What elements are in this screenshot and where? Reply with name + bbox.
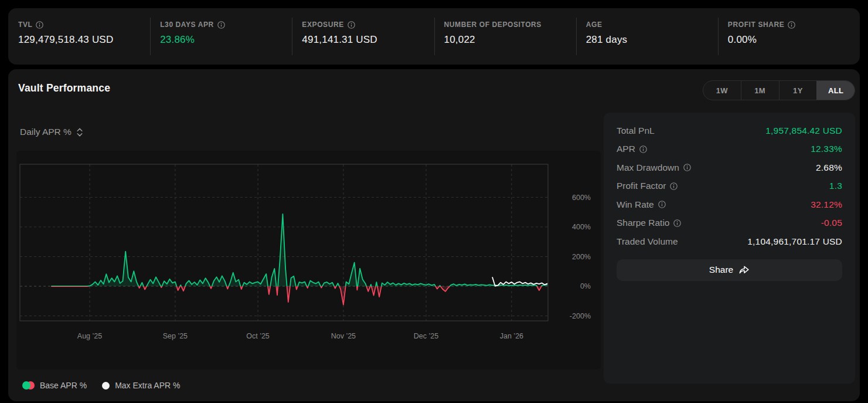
stat-value: 0.00% [728, 34, 860, 46]
info-icon[interactable] [658, 201, 666, 208]
stat-value: 491,141.31 USD [302, 34, 434, 46]
metric-label: Win Rate [617, 199, 654, 210]
metric-value: 2.68% [816, 162, 842, 173]
stat-exposure: EXPOSURE 491,141.31 USD [292, 8, 434, 65]
stat-value: 281 days [586, 34, 718, 46]
svg-text:-200%: -200% [570, 312, 591, 320]
stat-profit-share: PROFIT SHARE 0.00% [718, 8, 860, 65]
vault-dashboard: TVL 129,479,518.43 USD L30 DAYS APR 23.8… [0, 0, 868, 403]
share-button-label: Share [709, 265, 733, 275]
legend-label: Max Extra APR % [115, 381, 180, 390]
range-button-all[interactable]: ALL [816, 81, 855, 100]
stat-age: AGE 281 days [576, 8, 718, 65]
metric-row-win-rate: Win Rate 32.12% [617, 195, 842, 214]
stat-label: NUMBER OF DEPOSITORS [444, 21, 542, 29]
svg-text:Aug ’25: Aug ’25 [77, 332, 102, 340]
metric-selector-label: Daily APR % [20, 127, 72, 137]
sort-arrows-icon [76, 127, 83, 137]
legend-item-max-extra-apr[interactable]: Max Extra APR % [102, 381, 180, 390]
metric-label: Sharpe Ratio [617, 218, 669, 228]
svg-text:Jan ’26: Jan ’26 [500, 332, 523, 340]
svg-text:Sep ’25: Sep ’25 [163, 332, 188, 340]
metric-label: Max Drawdown [617, 162, 679, 173]
info-icon[interactable] [36, 21, 43, 29]
metric-row-sharpe-ratio: Sharpe Ratio -0.05 [617, 214, 842, 233]
metric-value: 1.3 [829, 181, 842, 191]
range-button-1y[interactable]: 1Y [779, 81, 817, 100]
info-icon[interactable] [348, 21, 355, 29]
stat-l30-apr: L30 DAYS APR 23.86% [150, 8, 292, 65]
metric-label: Profit Factor [617, 181, 666, 191]
metric-value: -0.05 [821, 218, 842, 228]
performance-metrics-panel: Total PnL 1,957,854.42 USD APR 12.33% Ma… [604, 113, 855, 384]
metric-selector[interactable]: Daily APR % [20, 127, 83, 137]
metric-value: 1,957,854.42 USD [765, 126, 842, 136]
apr-chart-panel: 600%400%200%0%-200%Aug ’25Sep ’25Oct ’25… [16, 151, 601, 370]
info-icon[interactable] [639, 145, 647, 153]
max-extra-apr-swatch-icon [102, 382, 110, 390]
metric-row-traded-volume: Traded Volume 1,104,961,701.17 USD [617, 232, 842, 251]
share-arrow-icon [738, 265, 750, 275]
svg-text:400%: 400% [572, 223, 591, 231]
svg-text:0%: 0% [580, 282, 591, 290]
page-title: Vault Performance [18, 82, 110, 94]
apr-chart[interactable]: 600%400%200%0%-200%Aug ’25Sep ’25Oct ’25… [16, 151, 601, 370]
stat-label: TVL [18, 21, 32, 29]
info-icon[interactable] [217, 21, 225, 29]
legend-label: Base APR % [40, 381, 87, 390]
metric-label: APR [617, 144, 635, 154]
stat-tvl: TVL 129,479,518.43 USD [8, 8, 150, 65]
metric-value: 32.12% [811, 199, 842, 210]
stat-label: AGE [586, 21, 603, 29]
svg-text:Oct ’25: Oct ’25 [246, 332, 270, 340]
stat-value: 23.86% [160, 34, 292, 46]
time-range-control: 1W 1M 1Y ALL [703, 80, 855, 100]
metric-row-max-drawdown: Max Drawdown 2.68% [617, 158, 842, 177]
svg-text:Dec ’25: Dec ’25 [414, 332, 438, 340]
legend-item-base-apr[interactable]: Base APR % [22, 381, 87, 390]
stats-bar: TVL 129,479,518.43 USD L30 DAYS APR 23.8… [8, 8, 860, 65]
vault-performance-card: Vault Performance 1W 1M 1Y ALL Daily APR… [8, 69, 860, 401]
svg-text:600%: 600% [572, 194, 591, 202]
info-icon[interactable] [683, 164, 691, 171]
share-button[interactable]: Share [617, 259, 842, 281]
info-icon[interactable] [670, 182, 678, 190]
metric-value: 1,104,961,701.17 USD [747, 236, 842, 247]
info-icon[interactable] [788, 21, 795, 29]
stat-value: 10,022 [444, 34, 576, 46]
range-button-1w[interactable]: 1W [703, 81, 741, 100]
metric-row-profit-factor: Profit Factor 1.3 [617, 177, 842, 196]
range-button-1m[interactable]: 1M [741, 81, 779, 100]
metric-row-total-pnl: Total PnL 1,957,854.42 USD [617, 121, 842, 140]
stat-label: EXPOSURE [302, 21, 344, 29]
metric-row-apr: APR 12.33% [617, 140, 842, 159]
stat-value: 129,479,518.43 USD [18, 34, 150, 46]
metric-value: 12.33% [811, 144, 842, 154]
metric-label: Traded Volume [617, 236, 678, 247]
stat-label: PROFIT SHARE [728, 21, 785, 29]
stat-depositors: NUMBER OF DEPOSITORS 10,022 [434, 8, 576, 65]
svg-text:Nov ’25: Nov ’25 [331, 332, 356, 340]
metric-label: Total PnL [617, 126, 655, 136]
info-icon[interactable] [673, 219, 681, 227]
stat-label: L30 DAYS APR [160, 21, 214, 29]
base-apr-swatch-icon [22, 381, 35, 390]
chart-legend: Base APR % Max Extra APR % [22, 381, 180, 390]
svg-text:200%: 200% [572, 253, 591, 261]
